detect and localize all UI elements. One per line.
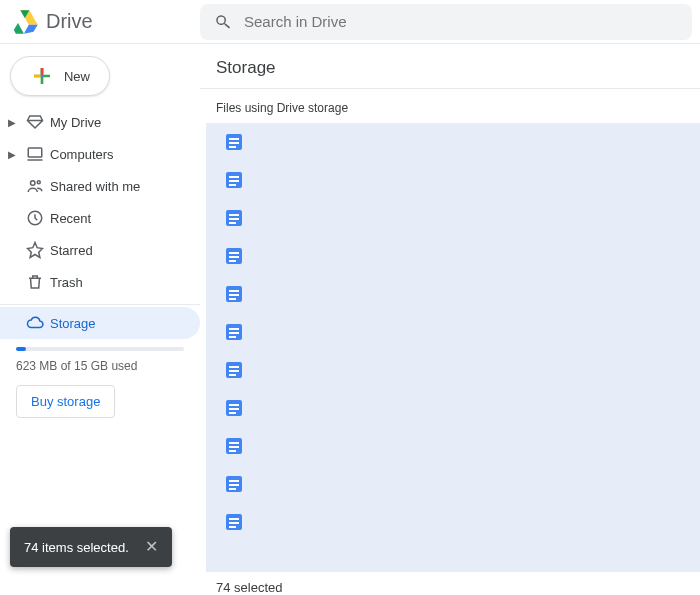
- sidebar-item-recent[interactable]: Recent: [0, 202, 200, 234]
- page-title: Storage: [200, 44, 700, 89]
- computers-icon: [20, 145, 50, 163]
- document-icon: [226, 134, 242, 150]
- buy-storage-button[interactable]: Buy storage: [16, 385, 115, 418]
- selection-count: 74 selected: [200, 572, 700, 595]
- sidebar-item-label: My Drive: [50, 115, 101, 130]
- storage-meter-fill: [16, 347, 26, 351]
- file-row[interactable]: [206, 237, 700, 275]
- storage-meter: [16, 347, 184, 351]
- svg-point-2: [37, 181, 40, 184]
- file-row[interactable]: [206, 123, 700, 161]
- shared-icon: [20, 177, 50, 195]
- new-button[interactable]: New: [10, 56, 110, 96]
- file-row[interactable]: [206, 161, 700, 199]
- document-icon: [226, 400, 242, 416]
- toast-message: 74 items selected.: [24, 540, 129, 555]
- sidebar: New ▶ My Drive ▶ Computers: [0, 44, 200, 595]
- sidebar-item-label: Trash: [50, 275, 83, 290]
- document-icon: [226, 324, 242, 340]
- file-row[interactable]: [206, 427, 700, 465]
- file-row[interactable]: [206, 199, 700, 237]
- sidebar-item-starred[interactable]: Starred: [0, 234, 200, 266]
- close-icon[interactable]: ✕: [145, 539, 158, 555]
- file-row[interactable]: [206, 465, 700, 503]
- search-input[interactable]: [244, 13, 678, 30]
- search-bar[interactable]: [200, 4, 692, 40]
- chevron-right-icon: ▶: [4, 149, 20, 160]
- sidebar-item-label: Starred: [50, 243, 93, 258]
- file-row[interactable]: [206, 503, 700, 541]
- app-name: Drive: [46, 10, 93, 33]
- document-icon: [226, 286, 242, 302]
- divider: [0, 304, 200, 305]
- file-row[interactable]: [206, 275, 700, 313]
- nav-storage: Storage: [0, 307, 200, 339]
- star-icon: [20, 241, 50, 259]
- nav-list: ▶ My Drive ▶ Computers Shared with me: [0, 106, 200, 298]
- sidebar-item-label: Recent: [50, 211, 91, 226]
- plus-icon: [30, 64, 54, 88]
- chevron-right-icon: ▶: [4, 117, 20, 128]
- header: Drive: [0, 0, 700, 44]
- files-subheader: Files using Drive storage: [200, 89, 700, 123]
- file-row[interactable]: [206, 313, 700, 351]
- recent-icon: [20, 209, 50, 227]
- sidebar-item-storage[interactable]: Storage: [0, 307, 200, 339]
- document-icon: [226, 172, 242, 188]
- document-icon: [226, 514, 242, 530]
- my-drive-icon: [20, 113, 50, 131]
- sidebar-item-label: Storage: [50, 316, 96, 331]
- document-icon: [226, 210, 242, 226]
- file-row[interactable]: [206, 389, 700, 427]
- sidebar-item-my-drive[interactable]: ▶ My Drive: [0, 106, 200, 138]
- toast: 74 items selected. ✕: [10, 527, 172, 567]
- new-button-label: New: [64, 69, 90, 84]
- storage-block: 623 MB of 15 GB used Buy storage: [0, 339, 200, 418]
- sidebar-item-trash[interactable]: Trash: [0, 266, 200, 298]
- trash-icon: [20, 273, 50, 291]
- file-row[interactable]: [206, 351, 700, 389]
- document-icon: [226, 476, 242, 492]
- svg-rect-0: [28, 148, 42, 157]
- document-icon: [226, 248, 242, 264]
- document-icon: [226, 438, 242, 454]
- sidebar-item-shared[interactable]: Shared with me: [0, 170, 200, 202]
- storage-usage-text: 623 MB of 15 GB used: [16, 359, 184, 373]
- document-icon: [226, 362, 242, 378]
- sidebar-item-label: Computers: [50, 147, 114, 162]
- main-panel: Storage Files using Drive storage 74 sel…: [200, 44, 700, 595]
- cloud-icon: [20, 314, 50, 332]
- sidebar-item-label: Shared with me: [50, 179, 140, 194]
- logo-area[interactable]: Drive: [12, 10, 200, 34]
- file-list[interactable]: [206, 123, 700, 572]
- sidebar-item-computers[interactable]: ▶ Computers: [0, 138, 200, 170]
- drive-logo-icon: [12, 10, 38, 34]
- search-icon: [214, 13, 232, 31]
- svg-point-1: [31, 181, 36, 186]
